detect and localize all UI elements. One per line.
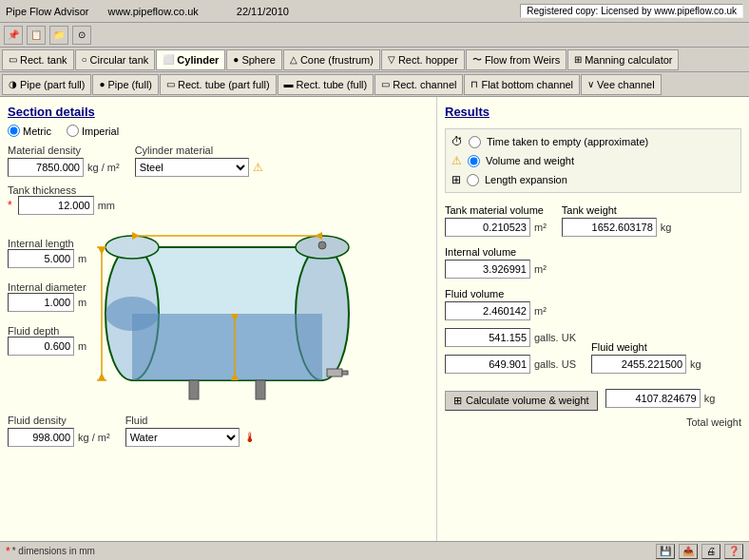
svg-marker-16 <box>98 247 106 255</box>
internal-volume-input <box>445 260 530 279</box>
app-url: www.pipeflow.co.uk <box>107 6 198 17</box>
internal-diameter-label: Internal diameter <box>8 281 86 293</box>
svg-rect-22 <box>327 369 342 377</box>
fluid-volume-m3-unit: m² <box>534 305 547 317</box>
imperial-radio[interactable] <box>67 125 79 137</box>
tank-material-volume-unit: m² <box>534 222 547 233</box>
fluid-volume-weight-row: Fluid volume m² galls. UK galls. US <box>445 288 741 377</box>
internal-length-input[interactable] <box>8 249 74 268</box>
calc-icon: ⊞ <box>453 395 462 407</box>
tab-rect-tube-full[interactable]: ▬ Rect. tube (full) <box>278 74 374 95</box>
metric-radio-label[interactable]: Metric <box>8 125 51 137</box>
tab-pipe-full[interactable]: ● Pipe (full) <box>92 74 159 95</box>
svg-rect-8 <box>189 380 199 399</box>
tank-thickness-input[interactable] <box>18 196 94 215</box>
metric-radio[interactable] <box>8 125 20 137</box>
internal-diameter-input[interactable] <box>8 293 74 312</box>
imperial-radio-label[interactable]: Imperial <box>67 125 119 137</box>
internal-diameter-group: Internal diameter m <box>8 281 86 316</box>
weir-icon: 〜 <box>472 53 482 67</box>
tab-flat-bottom[interactable]: ⊓ Flat bottom channel <box>464 74 580 95</box>
main-content: Section details Metric Imperial Material… <box>0 97 749 541</box>
fluid-density-label: Fluid density <box>8 415 110 426</box>
tank-thickness-label: Tank thickness <box>8 184 76 196</box>
export-icon[interactable]: 📤 <box>679 544 698 559</box>
volume-weight-row[interactable]: ⚠ Volume and weight <box>451 154 735 167</box>
tab-rect-tube-part[interactable]: ▭ Rect. tube (part full) <box>160 74 277 95</box>
tank-thickness-row: * mm <box>8 196 429 215</box>
tab-vee-channel[interactable]: ∨ Vee channel <box>581 74 662 95</box>
save-icon[interactable]: 💾 <box>656 544 675 559</box>
print-icon[interactable]: 🖨 <box>701 544 720 559</box>
required-star-thickness: * <box>8 199 12 212</box>
total-weight-label: Total weight <box>445 416 741 428</box>
tab-manning[interactable]: ⊞ Manning calculator <box>567 49 679 70</box>
cylinder-material-group: Cylinder material Steel Aluminium Copper… <box>135 145 263 181</box>
vee-channel-icon: ∨ <box>587 79 594 89</box>
registered-text: Registered copy: Licensed by www.pipeflo… <box>520 4 743 18</box>
expand-icon: ⊞ <box>451 173 461 186</box>
material-density-group: Material density kg / m² <box>8 145 120 181</box>
cylinder-icon: ⬜ <box>163 54 174 65</box>
total-weight-unit: kg <box>704 393 716 404</box>
cylinder-illustration-section: Internal length m Internal diameter m Fl… <box>8 219 429 409</box>
material-density-input[interactable] <box>8 158 84 177</box>
calculate-button[interactable]: ⊞ Calculate volume & weight <box>445 391 598 411</box>
internal-length-group: Internal length m <box>8 238 86 272</box>
toolbar-btn-3[interactable]: 📁 <box>49 26 68 45</box>
fluid-volume-label: Fluid volume <box>445 288 576 299</box>
volume-weight-radio[interactable] <box>468 155 480 167</box>
cylinder-svg <box>94 219 360 409</box>
app-date: 22/11/2010 <box>237 6 289 17</box>
tank-thickness-section: Tank thickness * mm <box>8 184 429 215</box>
tank-weight-label: Tank weight <box>562 204 672 216</box>
total-weight-calc-row: ⊞ Calculate volume & weight kg <box>445 389 741 412</box>
fluid-density-group: Fluid density kg / m² <box>8 415 110 451</box>
internal-volume-unit: m² <box>534 263 547 275</box>
status-bar: * * dimensions in mm 💾 📤 🖨 ❓ <box>0 541 749 560</box>
tank-material-volume-col: Tank material volume m² <box>445 204 547 241</box>
tab-rect-tank[interactable]: ▭ Rect. tank <box>2 49 74 70</box>
fluid-select[interactable]: Water Oil Petrol <box>125 428 240 447</box>
manning-icon: ⊞ <box>574 54 582 65</box>
internal-volume-label: Internal volume <box>445 246 741 258</box>
svg-point-21 <box>318 241 326 249</box>
tab-cone[interactable]: △ Cone (frustrum) <box>283 49 380 70</box>
svg-marker-17 <box>98 373 106 380</box>
unit-radio-group: Metric Imperial <box>8 125 429 137</box>
length-expand-radio[interactable] <box>467 174 479 186</box>
svg-point-5 <box>106 297 159 331</box>
toolbar-btn-2[interactable]: 📋 <box>27 26 46 45</box>
volume-icon: ⚠ <box>451 154 462 167</box>
fluid-density-input[interactable] <box>8 428 74 447</box>
toolbar: 📌 📋 📁 ⊙ <box>0 23 749 48</box>
help-icon[interactable]: ❓ <box>724 544 743 559</box>
tab-rect-channel[interactable]: ▭ Rect. channel <box>374 74 463 95</box>
status-note: * dimensions in mm <box>12 546 95 556</box>
cylinder-material-field-row: Steel Aluminium Copper ⚠ <box>135 158 263 177</box>
fluid-weight-col: Fluid weight kg <box>591 341 701 377</box>
time-empty-row[interactable]: ⏱ Time taken to empty (approximate) <box>451 135 735 148</box>
length-expand-row[interactable]: ⊞ Length expansion <box>451 173 735 186</box>
warning-icon: ⚠ <box>253 161 263 174</box>
toolbar-btn-1[interactable]: 📌 <box>4 26 23 45</box>
tab-circular-tank[interactable]: ○ Circular tank <box>75 49 156 70</box>
tab-flow-weirs[interactable]: 〜 Flow from Weirs <box>466 49 567 70</box>
tank-weight-input <box>562 218 657 237</box>
cylinder-material-select[interactable]: Steel Aluminium Copper <box>135 158 249 177</box>
tab-pipe-part[interactable]: ◑ Pipe (part full) <box>2 74 91 95</box>
results-data-grid: Tank material volume m² Tank weight kg <box>445 204 741 428</box>
app-title: Pipe Flow Advisor <box>6 6 88 17</box>
thermometer-icon: 🌡 <box>243 430 257 445</box>
svg-rect-4 <box>132 314 322 380</box>
toolbar-btn-4[interactable]: ⊙ <box>72 26 91 45</box>
tab-sphere[interactable]: ● Sphere <box>226 49 282 70</box>
tab-rect-hopper[interactable]: ▽ Rect. hopper <box>381 49 465 70</box>
status-icons: 💾 📤 🖨 ❓ <box>656 544 743 559</box>
status-star: * <box>6 545 10 558</box>
fluid-density-fluid-row: Fluid density kg / m² Fluid Water Oil Pe… <box>8 415 429 451</box>
time-empty-radio[interactable] <box>469 136 481 148</box>
material-density-unit: kg / m² <box>87 162 120 173</box>
tab-cylinder[interactable]: ⬜ Cylinder <box>156 49 225 70</box>
fluid-depth-input[interactable] <box>8 337 74 356</box>
